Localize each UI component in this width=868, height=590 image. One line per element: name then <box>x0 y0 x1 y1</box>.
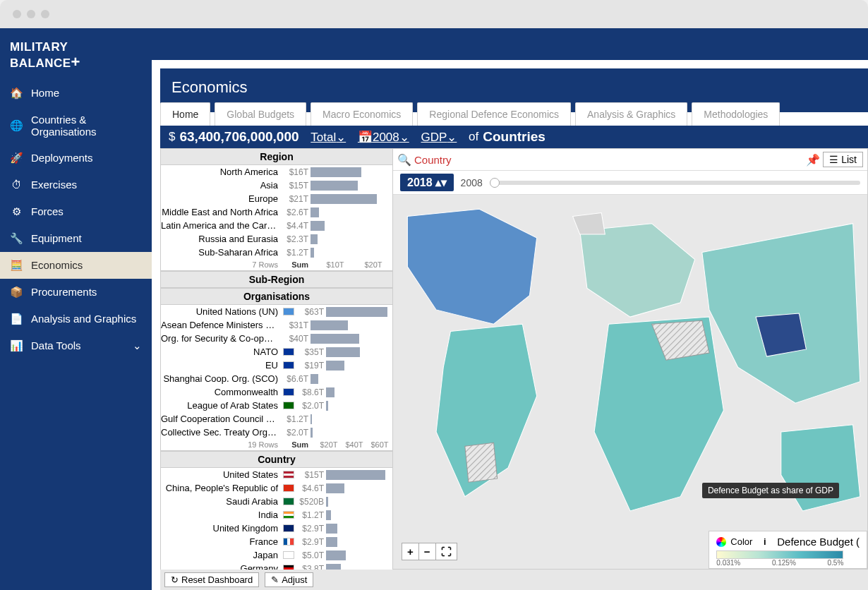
brand-line2-wrap: BALANCE+ <box>10 54 142 70</box>
chart-row[interactable]: France$2.9T <box>161 535 392 548</box>
adjust-button[interactable]: ✎ Adjust <box>265 572 313 587</box>
chart-row[interactable]: Japan$5.0T <box>161 548 392 562</box>
bar <box>326 470 385 480</box>
tab-gb[interactable]: Global Budgets <box>215 102 306 126</box>
flag-icon <box>283 361 294 369</box>
row-label: Russia and Eurasia <box>161 234 281 244</box>
row-label: Europe <box>161 193 281 204</box>
row-value: $19T <box>296 361 326 371</box>
chart-row[interactable]: United Nations (UN)$63T <box>161 305 392 318</box>
summary-year-dropdown[interactable]: 📅2008⌄ <box>358 130 409 145</box>
list-view-button[interactable]: ☰ List <box>823 152 863 167</box>
bar-wrap <box>326 470 392 480</box>
info-icon[interactable]: i <box>764 536 766 547</box>
chart-row[interactable]: Gulf Cooperation Council (GCC)$1.2T <box>161 412 392 426</box>
summary-total-dropdown[interactable]: Total⌄ <box>311 130 346 145</box>
bar <box>326 550 346 560</box>
chart-row[interactable]: League of Arab States$2.0T <box>161 399 392 412</box>
zoom-out-button[interactable]: − <box>419 543 436 560</box>
tab-rde[interactable]: Regional Defence Economics <box>417 102 571 126</box>
year-bar: 2018▴▾ 2008 <box>393 171 867 195</box>
sidebar-item-label: Analysis and Graphics <box>31 313 136 325</box>
country-search-input[interactable] <box>414 154 499 166</box>
bar <box>311 248 314 258</box>
bar-chart: North America$16TAsia$15TEurope$21TMiddl… <box>160 165 393 271</box>
sidebar-item-deployments[interactable]: 🚀Deployments <box>0 145 152 171</box>
chrome-max-dot[interactable] <box>41 10 49 18</box>
summary-metric-dropdown[interactable]: GDP⌄ <box>421 130 457 145</box>
flag-icon <box>283 388 294 396</box>
sidebar-item-datatools[interactable]: 📊Data Tools⌄ <box>0 332 152 359</box>
flag-icon <box>283 511 294 519</box>
rows-count: 7 Rows <box>161 260 281 269</box>
sidebar-item-home[interactable]: 🏠Home <box>0 80 152 107</box>
chart-row[interactable]: United States$15T <box>161 468 392 481</box>
sidebar-item-countries[interactable]: 🌐Countries & Organisations <box>0 107 152 145</box>
chrome-min-dot[interactable] <box>27 10 35 18</box>
section-header[interactable]: Country <box>160 451 393 468</box>
chart-row[interactable]: NATO$35T <box>161 345 392 359</box>
chart-row[interactable]: Middle East and North Africa$2.6T <box>161 205 392 219</box>
zoom-in-button[interactable]: + <box>402 543 419 560</box>
axis-ticks: $20T$40T$60T <box>311 440 392 449</box>
sidebar-item-forces[interactable]: ⚙Forces <box>0 198 152 225</box>
chart-row[interactable]: Saudi Arabia$520B <box>161 495 392 508</box>
sidebar-item-economics[interactable]: 🧮Economics <box>0 252 152 279</box>
tab-mth[interactable]: Methodologies <box>692 102 780 126</box>
world-map[interactable]: + − ⛶ Defence Budget as share of GDP Col… <box>393 195 867 569</box>
sidebar-item-label: Countries & Organisations <box>31 114 142 138</box>
flag-icon <box>283 308 294 315</box>
legend-metric-label: Defence Budget ( <box>777 536 860 548</box>
reset-dashboard-button[interactable]: ↻ Reset Dashboard <box>164 572 259 587</box>
bar <box>311 181 358 191</box>
sidebar-item-label: Equipment <box>31 232 82 244</box>
chart-row[interactable]: Latin America and the Caribbean$4.4T <box>161 219 392 232</box>
chart-row[interactable]: Org. for Security & Co-operation …$40T <box>161 332 392 345</box>
chart-row[interactable]: Asean Defence Ministers Meetin…$31T <box>161 318 392 332</box>
sidebar-item-exercises[interactable]: ⏱Exercises <box>0 171 152 198</box>
chrome-close-dot[interactable] <box>13 10 21 18</box>
year-selector[interactable]: 2018▴▾ <box>400 174 454 191</box>
chart-row[interactable]: North America$16T <box>161 165 392 179</box>
chart-row[interactable]: Germany$3.8T <box>161 562 392 570</box>
row-label: Gulf Cooperation Council (GCC) <box>161 414 281 424</box>
chart-row[interactable]: Russia and Eurasia$2.3T <box>161 232 392 246</box>
chart-row[interactable]: Asia$15T <box>161 179 392 192</box>
tab-ag[interactable]: Analysis & Graphics <box>575 102 687 126</box>
section-header[interactable]: Organisations <box>160 288 393 305</box>
sum-label: Sum <box>281 260 311 269</box>
year-slider[interactable] <box>490 181 860 185</box>
bar-wrap <box>326 483 392 493</box>
flag-icon <box>283 565 294 570</box>
chart-row[interactable]: Europe$21T <box>161 192 392 205</box>
chart-row[interactable]: Commonwealth$8.6T <box>161 385 392 399</box>
bar-wrap <box>326 361 392 371</box>
chart-row[interactable]: India$1.2T <box>161 508 392 522</box>
chart-row[interactable]: Collective Sec. Treaty Org. (CST…$2.0T <box>161 426 392 439</box>
chart-row[interactable]: EU$19T <box>161 359 392 372</box>
row-label: Germany <box>161 563 281 570</box>
tab-home[interactable]: Home <box>160 102 210 126</box>
pin-icon[interactable]: 📌 <box>806 153 820 167</box>
tab-me[interactable]: Macro Economics <box>311 102 413 126</box>
sidebar-item-analysis[interactable]: 📄Analysis and Graphics <box>0 306 152 332</box>
sidebar-item-procurements[interactable]: 📦Procurements <box>0 279 152 306</box>
brand-line2: BALANCE <box>10 56 71 70</box>
bar <box>326 347 360 357</box>
section-header[interactable]: Region <box>160 148 393 165</box>
fullscreen-button[interactable]: ⛶ <box>436 543 457 560</box>
year-slider-handle[interactable] <box>490 178 500 188</box>
bar-chart: United Nations (UN)$63TAsean Defence Min… <box>160 305 393 451</box>
section-header[interactable]: Sub-Region <box>160 271 393 288</box>
bar-wrap <box>326 564 392 570</box>
chart-row[interactable]: United Kingdom$2.9T <box>161 522 392 535</box>
bar <box>311 320 348 330</box>
chart-row[interactable]: Sub-Saharan Africa$1.2T <box>161 246 392 259</box>
row-value: $4.6T <box>296 483 326 493</box>
chart-row[interactable]: Shanghai Coop. Org. (SCO)$6.6T <box>161 372 392 385</box>
sidebar-item-equipment[interactable]: 🔧Equipment <box>0 225 152 252</box>
chart-row[interactable]: China, People's Republic of$4.6T <box>161 481 392 495</box>
color-wheel-icon[interactable] <box>716 537 726 547</box>
row-value: $2.0T <box>296 401 326 411</box>
bottom-bar: ↻ Reset Dashboard ✎ Adjust <box>160 570 868 590</box>
